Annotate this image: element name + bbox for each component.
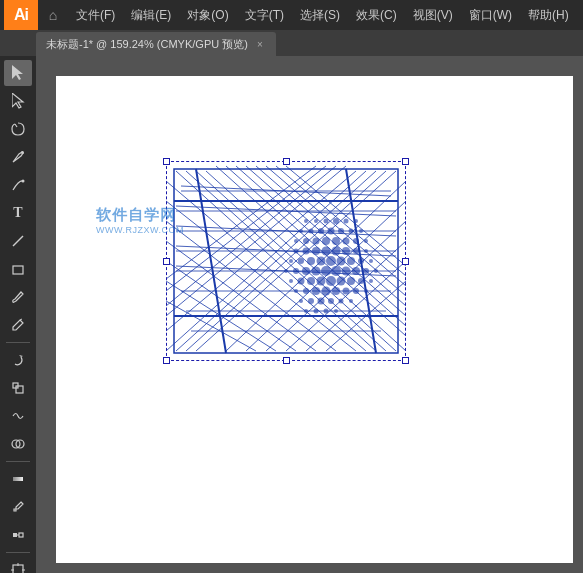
svg-line-52 <box>166 166 336 306</box>
svg-point-87 <box>294 239 298 243</box>
svg-point-81 <box>309 229 314 234</box>
handle-top-left[interactable] <box>163 158 170 165</box>
warp-tool[interactable] <box>4 403 32 429</box>
svg-point-144 <box>349 299 353 303</box>
svg-rect-17 <box>13 565 23 573</box>
svg-point-94 <box>364 239 368 243</box>
paintbrush-tool[interactable] <box>4 284 32 310</box>
scale-tool[interactable] <box>4 375 32 401</box>
svg-point-84 <box>338 228 344 234</box>
svg-point-106 <box>317 257 326 266</box>
svg-point-114 <box>302 267 310 275</box>
document-canvas: 软件自学网 WWW.RJZXW.COM <box>56 76 573 563</box>
svg-point-145 <box>304 309 308 313</box>
menu-edit[interactable]: 编辑(E) <box>123 0 179 30</box>
menu-object[interactable]: 对象(O) <box>179 0 236 30</box>
watermark-text-1: 软件自学网 <box>96 206 176 225</box>
svg-line-150 <box>196 169 226 353</box>
pencil-tool[interactable] <box>4 312 32 338</box>
home-button[interactable]: ⌂ <box>38 0 68 30</box>
shape-builder-tool[interactable] <box>4 431 32 457</box>
tab-close-button[interactable]: × <box>254 38 266 50</box>
svg-marker-8 <box>19 355 23 357</box>
svg-point-147 <box>324 309 329 314</box>
rectangle-tool[interactable] <box>4 256 32 282</box>
svg-point-103 <box>289 259 293 263</box>
svg-point-112 <box>284 269 288 273</box>
handle-bottom-left[interactable] <box>163 357 170 364</box>
menu-effect[interactable]: 效果(C) <box>348 0 405 30</box>
rotate-tool[interactable] <box>4 347 32 373</box>
active-tab[interactable]: 未标题-1* @ 159.24% (CMYK/GPU 预览) × <box>36 32 276 56</box>
svg-line-33 <box>236 166 406 316</box>
svg-point-92 <box>343 238 350 245</box>
svg-point-90 <box>322 237 330 245</box>
canvas-area[interactable]: 软件自学网 WWW.RJZXW.COM <box>36 56 583 573</box>
menu-view[interactable]: 视图(V) <box>405 0 461 30</box>
svg-point-100 <box>342 247 350 255</box>
pen-tool[interactable] <box>4 144 32 170</box>
svg-point-136 <box>343 288 350 295</box>
handle-top-right[interactable] <box>402 158 409 165</box>
lasso-tool[interactable] <box>4 116 32 142</box>
svg-point-102 <box>364 249 368 253</box>
svg-point-116 <box>321 266 331 276</box>
svg-point-119 <box>352 267 360 275</box>
svg-line-30 <box>206 171 406 351</box>
svg-point-135 <box>332 287 340 295</box>
left-toolbar: T <box>0 56 36 573</box>
svg-line-34 <box>246 166 406 306</box>
svg-point-107 <box>326 256 336 266</box>
svg-line-5 <box>13 236 23 246</box>
svg-point-133 <box>312 287 320 295</box>
handle-top-center[interactable] <box>283 158 290 165</box>
svg-point-98 <box>322 247 331 256</box>
svg-point-113 <box>293 268 299 274</box>
menu-select[interactable]: 选择(S) <box>292 0 348 30</box>
eyedropper-tool[interactable] <box>4 494 32 520</box>
svg-marker-0 <box>12 65 23 80</box>
svg-point-95 <box>294 249 299 254</box>
svg-point-99 <box>332 247 341 256</box>
direct-selection-tool[interactable] <box>4 88 32 114</box>
svg-point-143 <box>339 299 344 304</box>
svg-point-141 <box>318 298 325 305</box>
menu-file[interactable]: 文件(F) <box>68 0 123 30</box>
menu-window[interactable]: 窗口(W) <box>461 0 520 30</box>
toolbar-separator-3 <box>6 552 30 553</box>
curvature-pen-tool[interactable] <box>4 172 32 198</box>
svg-point-128 <box>347 277 355 285</box>
svg-point-88 <box>303 238 309 244</box>
svg-point-4 <box>22 180 25 183</box>
svg-point-132 <box>303 288 309 294</box>
svg-point-74 <box>304 219 308 223</box>
menu-help[interactable]: 帮助(H) <box>520 0 577 30</box>
handle-bottom-center[interactable] <box>283 357 290 364</box>
svg-point-140 <box>308 298 314 304</box>
svg-rect-15 <box>19 533 23 537</box>
handle-middle-left[interactable] <box>163 258 170 265</box>
svg-point-82 <box>318 228 324 234</box>
artwork-container[interactable] <box>166 161 406 361</box>
toolbar-separator-2 <box>6 461 30 462</box>
svg-line-42 <box>166 241 316 351</box>
svg-line-2 <box>15 124 17 127</box>
selection-tool[interactable] <box>4 60 32 86</box>
svg-marker-1 <box>12 93 23 108</box>
line-tool[interactable] <box>4 228 32 254</box>
svg-line-54 <box>166 166 316 279</box>
gradient-tool[interactable] <box>4 466 32 492</box>
svg-point-139 <box>299 299 303 303</box>
menu-text[interactable]: 文字(T) <box>237 0 292 30</box>
handle-bottom-right[interactable] <box>402 357 409 364</box>
handle-middle-right[interactable] <box>402 258 409 265</box>
svg-rect-6 <box>13 266 23 274</box>
artboard-tool[interactable] <box>4 557 32 573</box>
svg-point-118 <box>342 267 351 276</box>
svg-point-108 <box>337 257 346 266</box>
blend-tool[interactable] <box>4 522 32 548</box>
svg-point-134 <box>322 287 331 296</box>
svg-point-86 <box>359 229 363 233</box>
svg-point-130 <box>369 279 373 283</box>
text-tool[interactable]: T <box>4 200 32 226</box>
